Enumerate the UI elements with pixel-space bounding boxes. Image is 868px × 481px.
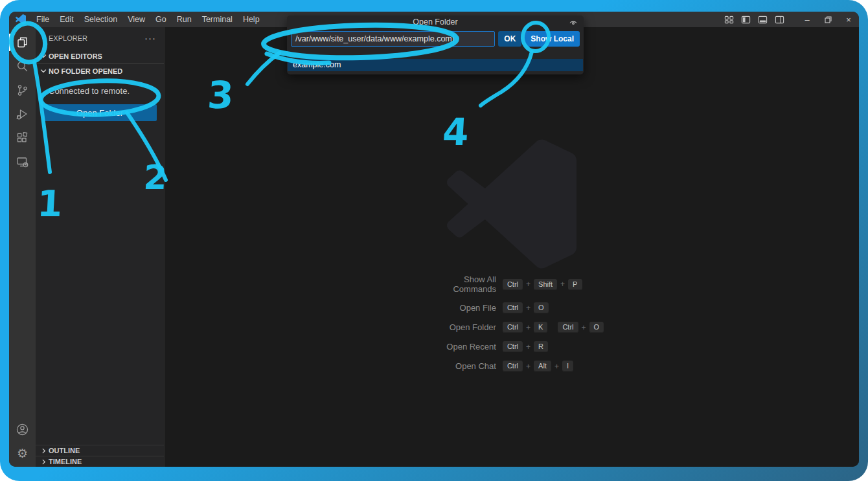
activitybar-remote-explorer[interactable] — [9, 150, 36, 174]
folder-path-input[interactable]: /var/www/site_user/data/www/example.com — [291, 31, 495, 47]
show-local-button[interactable]: Show Local — [525, 31, 580, 47]
search-icon — [16, 60, 29, 73]
active-indicator — [9, 34, 10, 51]
layout-controls — [720, 12, 788, 27]
close-button[interactable]: × — [838, 12, 859, 27]
kbd-ctrl: Ctrl — [503, 302, 523, 313]
activity-bar: ⚙ — [9, 27, 36, 467]
kbd-ctrl: Ctrl — [503, 341, 523, 352]
kbd-r: R — [534, 341, 548, 352]
kbd-p: P — [568, 279, 582, 290]
activitybar-account[interactable] — [9, 418, 36, 442]
section-outline-label: OUTLINE — [49, 447, 80, 454]
kbd-ctrl: Ctrl — [503, 361, 523, 372]
kbd-k: K — [534, 322, 547, 333]
open-folder-button[interactable]: Open Folder — [43, 104, 157, 121]
open-folder-dialog: Open Folder /var/www/site_user/data/www/… — [287, 16, 584, 74]
section-no-folder-opened[interactable]: NO FOLDER OPENED — [36, 63, 164, 78]
kbd-ctrl: Ctrl — [558, 322, 578, 333]
kbd-shift: Shift — [534, 279, 557, 290]
sidebar-header: EXPLORER ··· — [36, 27, 164, 49]
menubar: FileEditSelectionViewGoRunTerminalHelp — [31, 12, 265, 27]
shortcut-keys: Ctrl+Shift+P — [503, 279, 582, 290]
explorer-sidebar: EXPLORER ··· OPEN EDITORS NO FOLDER OPEN… — [36, 27, 165, 467]
dialog-title: Open Folder — [287, 16, 584, 29]
ok-button[interactable]: OK — [498, 31, 521, 47]
activitybar-extensions[interactable] — [9, 126, 36, 150]
vscode-window: FileEditSelectionViewGoRunTerminalHelp – — [9, 12, 859, 467]
kbd-ctrl: Ctrl — [503, 279, 523, 290]
minimize-button[interactable]: – — [797, 12, 817, 27]
section-timeline[interactable]: TIMELINE — [36, 456, 164, 467]
menu-item-run[interactable]: Run — [172, 12, 197, 27]
files-icon — [16, 36, 29, 49]
toggle-secondary-sidebar-icon[interactable] — [771, 12, 788, 27]
kbd-ctrl: Ctrl — [503, 322, 523, 333]
connected-remote-text: Connected to remote. — [43, 86, 157, 96]
remote-explorer-icon — [16, 155, 29, 169]
folder-path-value: /var/www/site_user/data/www/example.com — [295, 34, 452, 43]
plus-separator: + — [560, 280, 565, 289]
plus-separator: + — [526, 323, 531, 332]
shortcut-label: Open Recent — [446, 342, 496, 352]
text-caret — [453, 34, 453, 43]
shortcut-keys: Ctrl+R — [503, 341, 548, 352]
vscode-logo-icon — [16, 14, 26, 25]
main-content: ⚙ EXPLORER ··· OPEN EDITORS — [9, 27, 859, 467]
kbd-o: O — [589, 322, 604, 333]
menu-item-view[interactable]: View — [122, 12, 150, 27]
shortcut-label: Open File — [460, 303, 496, 313]
editor-area: Show All CommandsCtrl+Shift+POpen FileCt… — [165, 27, 859, 467]
activitybar-search[interactable] — [9, 54, 36, 78]
menu-item-terminal[interactable]: Terminal — [197, 12, 238, 27]
activitybar-run-debug[interactable] — [9, 102, 36, 126]
activitybar-source-control[interactable] — [9, 78, 36, 102]
shortcut-keys: Ctrl+O — [503, 302, 549, 313]
shortcut-keys: Ctrl+KCtrl+O — [503, 322, 604, 333]
window-controls: – × — [797, 12, 859, 27]
plus-separator: + — [526, 342, 531, 352]
section-open-editors[interactable]: OPEN EDITORS — [36, 49, 164, 63]
dialog-title-text: Open Folder — [413, 17, 457, 27]
menu-item-help[interactable]: Help — [238, 12, 265, 27]
shortcut-label: Open Folder — [450, 322, 496, 332]
sidebar-bottom-sections: OUTLINE TIMELINE — [36, 445, 164, 467]
plus-separator: + — [582, 323, 586, 332]
activitybar-settings[interactable]: ⚙ — [9, 442, 36, 465]
dialog-list-item--[interactable]: .. — [288, 50, 583, 59]
chevron-right-icon — [38, 456, 49, 467]
kbd-alt: Alt — [534, 361, 551, 372]
activitybar-explorer[interactable] — [9, 30, 36, 54]
screenshot: FileEditSelectionViewGoRunTerminalHelp – — [0, 0, 868, 481]
customize-layout-icon[interactable] — [720, 12, 737, 27]
section-open-editors-label: OPEN EDITORS — [49, 52, 102, 60]
plus-separator: + — [554, 362, 559, 371]
chevron-down-icon — [38, 66, 49, 76]
run-debug-icon — [16, 107, 29, 121]
section-outline[interactable]: OUTLINE — [36, 445, 164, 456]
gear-icon: ⚙ — [17, 447, 28, 460]
restore-button[interactable] — [817, 12, 838, 27]
toggle-primary-sidebar-icon[interactable] — [737, 12, 754, 27]
dialog-input-row: /var/www/site_user/data/www/example.com … — [287, 29, 584, 50]
toggle-panel-icon[interactable] — [754, 12, 771, 27]
more-actions-button[interactable]: ··· — [144, 35, 156, 41]
no-folder-pane: Connected to remote. Open Folder — [36, 78, 164, 121]
kbd-o: O — [534, 302, 549, 313]
watermark-shortcuts: Show All CommandsCtrl+Shift+POpen FileCt… — [420, 274, 604, 372]
menu-item-file[interactable]: File — [31, 12, 54, 27]
shortcut-keys: Ctrl+Alt+I — [503, 361, 573, 372]
menu-item-edit[interactable]: Edit — [54, 12, 79, 27]
shortcut-label: Open Chat — [455, 361, 496, 371]
chevron-down-icon — [38, 51, 49, 62]
vscode-watermark-logo — [447, 139, 577, 269]
plus-separator: + — [526, 362, 531, 371]
extensions-icon — [16, 131, 29, 145]
section-timeline-label: TIMELINE — [49, 458, 82, 465]
menu-item-selection[interactable]: Selection — [79, 12, 122, 27]
plus-separator: + — [526, 280, 531, 289]
dialog-list-item-example-com[interactable]: example.com — [288, 59, 583, 71]
menu-item-go[interactable]: Go — [150, 12, 172, 27]
eye-icon[interactable] — [569, 18, 578, 27]
account-icon — [16, 423, 29, 436]
